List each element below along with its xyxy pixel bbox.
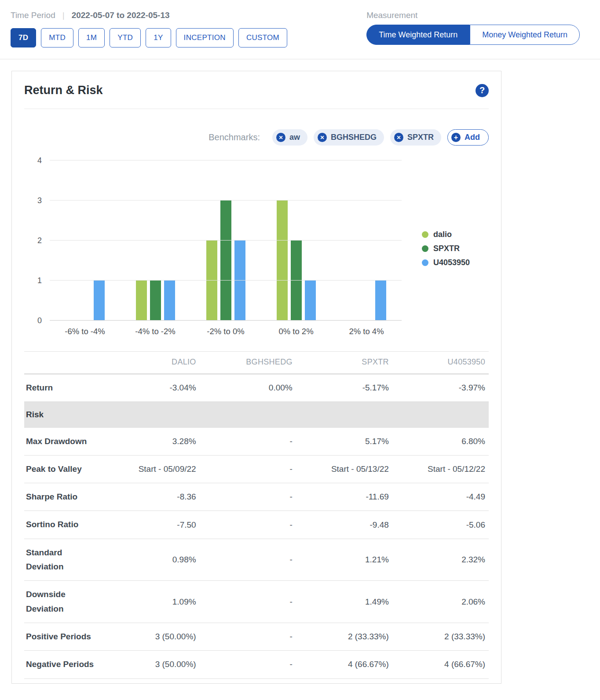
row-label: Max Drawdown: [24, 428, 103, 456]
benchmark-chip-label: aw: [289, 133, 300, 142]
row-label: Return: [24, 374, 103, 402]
cell-peak-to-valley-u4053950: Start - 05/12/22: [392, 455, 489, 483]
cell-downside-deviation-dalio: 1.09%: [103, 581, 200, 623]
card-header: Return & Risk ?: [24, 84, 489, 97]
table-row-positive-periods: Positive Periods3 (50.00%)-2 (33.33%)2 (…: [24, 623, 489, 650]
cell-return-spxtr: -5.17%: [296, 374, 392, 402]
period-button-mtd[interactable]: MTD: [41, 28, 73, 47]
card-header-divider: [24, 109, 489, 109]
cell-sortino-ratio-u4053950: -5.06: [392, 511, 489, 539]
cell-standard-deviation-dalio: 0.98%: [103, 539, 200, 581]
period-button-1m[interactable]: 1M: [78, 28, 105, 47]
cell-negative-periods-bghshedg: -: [200, 651, 296, 678]
row-label: Positive Periods: [24, 623, 103, 650]
row-label: Negative Periods: [24, 651, 103, 678]
x-axis-label-4-to-2: -4% to -2%: [120, 327, 190, 336]
period-button-custom[interactable]: CUSTOM: [238, 28, 287, 47]
cell-negative-periods-dalio: 3 (50.00%): [103, 651, 200, 678]
table-header-row: DALIOBGHSHEDGSPXTRU4053950: [24, 352, 489, 374]
row-label: Sortino Ratio: [24, 511, 103, 539]
x-axis-labels: -6% to -4%-4% to -2%-2% to 0%0% to 2%2% …: [50, 327, 402, 336]
benchmark-chip-list: ✕aw✕BGHSHEDG✕SPXTR: [272, 129, 441, 146]
table-row-downside-deviation: Downside Deviation1.09%-1.49%2.06%: [24, 581, 489, 623]
chart-plot-column: 01234 -6% to -4%-4% to -2%-2% to 0%0% to…: [24, 160, 402, 336]
bar-u4053950-4-to-2: [164, 281, 175, 321]
page: Time Period | 2022-05-07 to 2022-05-13 7…: [0, 0, 600, 684]
period-button-inception[interactable]: INCEPTION: [176, 28, 234, 47]
column-header-bghshedg: BGHSHEDG: [200, 352, 296, 374]
cell-standard-deviation-spxtr: 1.21%: [296, 539, 392, 581]
help-icon[interactable]: ?: [476, 84, 489, 97]
label-separator: |: [62, 11, 65, 20]
histogram-chart: 01234 -6% to -4%-4% to -2%-2% to 0%0% to…: [24, 160, 489, 336]
table-row-sharpe-ratio: Sharpe Ratio-8.36--11.69-4.49: [24, 483, 489, 511]
remove-benchmark-icon[interactable]: ✕: [394, 133, 403, 142]
y-tick-label-3: 3: [37, 196, 42, 205]
cell-standard-deviation-u4053950: 2.32%: [392, 539, 489, 581]
column-header-u4053950: U4053950: [392, 352, 489, 374]
add-benchmark-label: Add: [465, 133, 480, 142]
plus-icon: +: [451, 133, 461, 142]
bar-group-6-to-4: [50, 160, 120, 321]
period-button-ytd[interactable]: YTD: [110, 28, 141, 47]
cell-negative-periods-u4053950: 4 (66.67%): [392, 651, 489, 678]
cell-max-drawdown-dalio: 3.28%: [103, 428, 200, 456]
bar-spxtr-0-to-2: [291, 241, 302, 321]
column-header-blank: [24, 352, 103, 374]
benchmark-chip-bghshedg[interactable]: ✕BGHSHEDG: [314, 129, 384, 146]
benchmark-chip-aw[interactable]: ✕aw: [272, 129, 307, 146]
bar-group-2-to-4: [331, 160, 402, 321]
period-button-1y[interactable]: 1Y: [146, 28, 171, 47]
column-header-spxtr: SPXTR: [296, 352, 392, 374]
cell-sharpe-ratio-dalio: -8.36: [103, 483, 200, 511]
cell-downside-deviation-bghshedg: -: [200, 581, 296, 623]
benchmark-chip-spxtr[interactable]: ✕SPXTR: [390, 129, 441, 146]
y-tick-label-2: 2: [37, 236, 42, 245]
time-period-label: Time Period: [11, 11, 55, 20]
cell-sharpe-ratio-u4053950: -4.49: [392, 483, 489, 511]
cell-return-u4053950: -3.97%: [392, 374, 489, 402]
cell-downside-deviation-u4053950: 2.06%: [392, 581, 489, 623]
gridline-3: [50, 200, 402, 201]
bar-dalio-4-to-2: [136, 281, 147, 321]
column-header-dalio: DALIO: [103, 352, 200, 374]
legend-item-spxtr[interactable]: SPXTR: [422, 244, 470, 253]
x-axis-label-6-to-4: -6% to -4%: [50, 327, 120, 336]
cell-sortino-ratio-bghshedg: -: [200, 511, 296, 539]
period-button-7d[interactable]: 7D: [11, 28, 36, 47]
bar-dalio-0-to-2: [277, 201, 288, 321]
bar-u4053950-2-to-4: [375, 281, 386, 321]
add-benchmark-button[interactable]: + Add: [447, 129, 489, 146]
benchmark-chip-label: BGHSHEDG: [331, 133, 377, 142]
legend-dot-u4053950: [422, 259, 428, 266]
measurement-section: Measurement Time Weighted ReturnMoney We…: [366, 11, 580, 47]
remove-benchmark-icon[interactable]: ✕: [318, 133, 327, 142]
measurement-option-money-weighted-return[interactable]: Money Weighted Return: [470, 25, 580, 45]
benchmark-chip-label: SPXTR: [407, 133, 434, 142]
card-title: Return & Risk: [24, 84, 103, 97]
return-risk-card: Return & Risk ? Benchmarks: ✕aw✕BGHSHEDG…: [11, 71, 501, 684]
cell-sharpe-ratio-bghshedg: -: [200, 483, 296, 511]
bar-spxtr-2-to-0: [220, 201, 231, 321]
measurement-option-time-weighted-return[interactable]: Time Weighted Return: [366, 25, 470, 45]
cell-sharpe-ratio-spxtr: -11.69: [296, 483, 392, 511]
cell-max-drawdown-bghshedg: -: [200, 428, 296, 456]
legend-item-dalio[interactable]: dalio: [422, 230, 470, 239]
date-range: 2022-05-07 to 2022-05-13: [72, 11, 170, 20]
table-row-max-drawdown: Max Drawdown3.28%-5.17%6.80%: [24, 428, 489, 456]
gridline-4: [50, 160, 402, 160]
table-row-negative-periods: Negative Periods3 (50.00%)-4 (66.67%)4 (…: [24, 651, 489, 678]
row-label: Downside Deviation: [24, 581, 103, 623]
remove-benchmark-icon[interactable]: ✕: [276, 133, 285, 142]
topbar: Time Period | 2022-05-07 to 2022-05-13 7…: [0, 0, 600, 47]
chart-legend: dalioSPXTRU4053950: [422, 230, 470, 267]
cell-positive-periods-bghshedg: -: [200, 623, 296, 650]
gridline-2: [50, 240, 402, 241]
legend-label: dalio: [433, 230, 452, 239]
bar-group-4-to-2: [120, 160, 190, 321]
return-risk-table: DALIOBGHSHEDGSPXTRU4053950 Return-3.04%0…: [24, 351, 489, 679]
table-row-standard-deviation: Standard Deviation0.98%-1.21%2.32%: [24, 539, 489, 581]
cell-standard-deviation-bghshedg: -: [200, 539, 296, 581]
legend-item-u4053950[interactable]: U4053950: [422, 258, 470, 267]
legend-dot-spxtr: [422, 245, 428, 252]
